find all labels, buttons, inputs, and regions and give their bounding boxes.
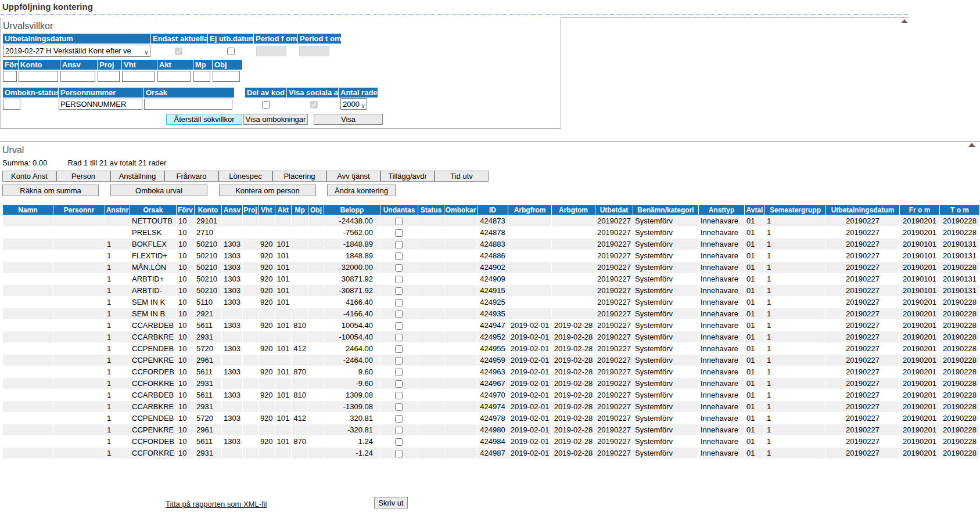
cell-orsak: SEM IN K xyxy=(130,297,176,308)
period-fom-input[interactable] xyxy=(256,46,286,56)
undantas-checkbox[interactable] xyxy=(395,403,403,411)
cell-benamn: Systemförv xyxy=(633,227,698,238)
forv-input[interactable] xyxy=(3,71,17,82)
cell-ombokar xyxy=(444,413,477,424)
tab-person[interactable]: Person xyxy=(56,171,110,182)
ej-utbdatum-checkbox[interactable] xyxy=(227,48,235,55)
undantas-checkbox[interactable] xyxy=(395,427,403,434)
cell-from: 20190201 xyxy=(900,413,939,424)
undantas-checkbox[interactable] xyxy=(395,380,403,388)
cell-namn xyxy=(3,273,53,284)
cell-mp xyxy=(292,227,308,238)
undantas-checkbox[interactable] xyxy=(395,311,403,318)
period-tom-input[interactable] xyxy=(299,46,329,56)
undantas-checkbox[interactable] xyxy=(395,241,403,248)
tab-anst-llning[interactable]: Anställning xyxy=(110,171,164,182)
antal-rader-select[interactable]: 2000 ∨ xyxy=(340,98,367,110)
cell-arbgfrom xyxy=(508,262,551,273)
del-av-kod-checkbox[interactable] xyxy=(262,101,270,109)
cell-obj xyxy=(308,262,324,273)
undantas-checkbox[interactable] xyxy=(395,357,403,365)
cell-semestergrupp: 1 xyxy=(765,215,825,226)
cell-mp: 870 xyxy=(292,366,308,377)
chevron-down-icon: ∨ xyxy=(361,100,365,110)
cell-id: 424970 xyxy=(478,389,508,400)
undantas-checkbox[interactable] xyxy=(395,229,403,237)
visa-ombokningar-button[interactable]: Visa ombokningar xyxy=(243,114,308,125)
cell-id: 424902 xyxy=(478,262,508,273)
ombokn-status-input[interactable] xyxy=(3,99,20,110)
undantas-checkbox[interactable] xyxy=(395,450,403,457)
cell-namn xyxy=(3,239,53,250)
tab-konto-anst[interactable]: Konto Anst xyxy=(2,171,56,182)
visa-sociala-checkbox[interactable] xyxy=(310,101,318,109)
undantas-checkbox[interactable] xyxy=(395,415,403,423)
visa-button[interactable]: Visa xyxy=(314,114,383,125)
tab-tid-utv[interactable]: Tid utv xyxy=(435,171,489,182)
cell-namn xyxy=(3,227,53,238)
tab-till-gg-avdr[interactable]: Tillägg/avdr xyxy=(380,171,435,182)
ansv-input[interactable] xyxy=(60,71,95,82)
cell-konto: 5720 xyxy=(195,343,221,354)
cell-ansttyp: Innehavare xyxy=(699,227,744,238)
cell-vht: 920 xyxy=(259,413,275,424)
cell-status xyxy=(418,436,444,447)
cell-ansv xyxy=(222,448,242,459)
personnummer-input[interactable] xyxy=(59,99,142,110)
action-kontera-om-person[interactable]: Kontera om person xyxy=(219,185,316,196)
cell-utbetalningsdatum: 20190227 xyxy=(826,250,899,261)
undantas-checkbox[interactable] xyxy=(395,345,403,353)
endast-aktuella-checkbox[interactable] xyxy=(175,48,182,55)
cell-ombokar xyxy=(444,239,477,250)
action--ndra-kontering[interactable]: Ändra kontering xyxy=(327,185,396,196)
cell-undantas xyxy=(380,331,418,342)
undantas-checkbox[interactable] xyxy=(395,369,403,376)
undantas-checkbox[interactable] xyxy=(395,264,403,272)
scroll-up-arrow-icon[interactable] xyxy=(901,19,908,23)
cell-vht: 920 xyxy=(259,262,275,273)
undantas-checkbox[interactable] xyxy=(395,322,403,330)
konto-input[interactable] xyxy=(19,71,58,82)
utbetalningsdatum-select[interactable]: 2019-02-27 H Verkställd Kont efter ve ∨ xyxy=(3,45,150,57)
tab-fr-nvaro[interactable]: Frånvaro xyxy=(164,171,218,182)
antal-rader-header: Antal rader xyxy=(339,88,378,98)
cell-arbgfrom xyxy=(508,285,551,296)
undantas-checkbox[interactable] xyxy=(395,276,403,283)
cell-namn xyxy=(3,413,53,424)
cell-undantas xyxy=(380,250,418,261)
xml-report-link[interactable]: Titta på rapporten som XML-fil xyxy=(166,500,267,508)
cell-proj xyxy=(243,320,258,331)
cell-personnr xyxy=(53,285,105,296)
undantas-checkbox[interactable] xyxy=(395,299,403,306)
cell-status xyxy=(418,308,444,319)
obj-input[interactable] xyxy=(213,71,240,82)
undantas-checkbox[interactable] xyxy=(395,252,403,260)
print-button[interactable]: Skriv ut xyxy=(374,497,408,508)
vht-input[interactable] xyxy=(122,71,155,82)
undantas-checkbox[interactable] xyxy=(395,218,403,225)
cell-orsak: CCFORDEB xyxy=(130,366,176,377)
undantas-checkbox[interactable] xyxy=(395,438,403,446)
cell-id: 424886 xyxy=(478,250,508,261)
orsak-input[interactable] xyxy=(144,99,232,110)
action-r-kna-om-summa[interactable]: Räkna om summa xyxy=(2,185,99,196)
cell-status xyxy=(418,239,444,250)
proj-input[interactable] xyxy=(98,71,120,82)
cell-belopp: -9.60 xyxy=(324,378,380,389)
tab-l-nespec[interactable]: Lönespec xyxy=(218,171,272,182)
action-omboka-urval[interactable]: Omboka urval xyxy=(110,185,207,196)
akt-input[interactable] xyxy=(157,71,191,82)
undantas-checkbox[interactable] xyxy=(395,287,403,295)
tab-avv-tj-nst[interactable]: Avv tjänst xyxy=(326,171,380,182)
cell-undantas xyxy=(380,320,418,331)
cell-semestergrupp: 1 xyxy=(765,273,825,284)
undantas-checkbox[interactable] xyxy=(395,334,403,341)
reset-search-button[interactable]: Återställ sökvillkor xyxy=(166,114,242,125)
table-row: 1CCPENKRE102961-2464.004249592019-02-012… xyxy=(3,355,979,366)
mp-input[interactable] xyxy=(193,71,210,82)
tab-placering[interactable]: Placering xyxy=(272,171,326,182)
scroll-up-arrow-icon[interactable] xyxy=(968,143,975,147)
cell-forv: 10 xyxy=(177,413,194,424)
undantas-checkbox[interactable] xyxy=(395,392,403,399)
cell-anstnr: 1 xyxy=(105,366,130,377)
